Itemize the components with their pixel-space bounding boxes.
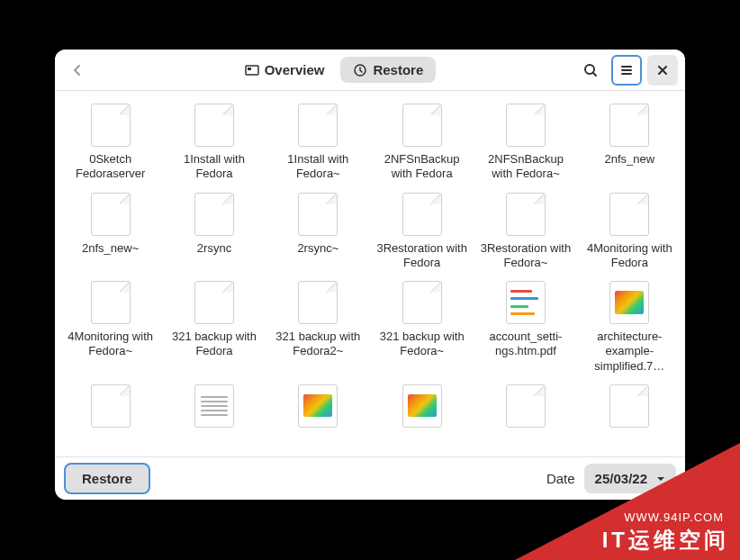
file-label: 3Restoration with Fedora <box>373 241 472 271</box>
text-file-icon <box>194 384 234 428</box>
image-file-icon <box>402 384 442 428</box>
back-button[interactable] <box>62 55 93 86</box>
titlebar: Overview Restore <box>55 50 685 91</box>
generic-file-icon <box>402 193 442 236</box>
image-file-icon <box>609 281 649 324</box>
file-item[interactable]: 2NFSnBackup with Fedora~ <box>474 100 577 185</box>
file-label: 2rsync~ <box>297 241 338 256</box>
file-label: 2NFSnBackup with Fedora~ <box>476 152 575 182</box>
file-label: 321 backup with Fedora~ <box>373 330 472 359</box>
file-item[interactable]: 3Restoration with Fedora~ <box>474 189 577 275</box>
file-label: 321 backup with Fedora2~ <box>268 330 367 359</box>
file-label: 0Sketch Fedoraserver <box>61 152 160 182</box>
image-file-icon <box>298 384 338 428</box>
file-item[interactable]: account_setti-ngs.htm.pdf <box>474 277 577 377</box>
overview-icon <box>245 63 259 77</box>
close-icon <box>657 65 668 76</box>
file-item[interactable]: 2nfs_new <box>578 100 681 185</box>
titlebar-actions <box>575 55 678 86</box>
generic-file-icon <box>91 384 131 428</box>
file-item[interactable]: 2nfs_new~ <box>59 189 162 275</box>
generic-file-icon <box>91 104 131 147</box>
generic-file-icon <box>609 104 649 147</box>
file-item[interactable]: 3Restoration with Fedora <box>370 189 474 275</box>
file-item[interactable]: 2rsync <box>162 189 266 275</box>
file-item[interactable]: 321 backup with Fedora~ <box>370 277 474 377</box>
restore-icon <box>353 63 367 77</box>
search-button[interactable] <box>575 55 606 86</box>
file-item[interactable] <box>59 381 162 437</box>
generic-file-icon <box>609 384 649 428</box>
file-item[interactable]: 2NFSnBackup with Fedora <box>370 100 474 185</box>
chevron-down-icon <box>656 476 665 482</box>
generic-file-icon <box>194 104 234 147</box>
view-tabs: Overview Restore <box>232 57 437 83</box>
generic-file-icon <box>91 281 131 324</box>
file-label: account_setti-ngs.htm.pdf <box>476 330 575 359</box>
file-label: 4Monitoring with Fedora~ <box>61 330 160 359</box>
file-label: 2NFSnBackup with Fedora <box>373 152 472 182</box>
date-value: 25/03/22 <box>595 471 647 486</box>
restore-button[interactable]: Restore <box>64 463 150 494</box>
date-picker[interactable]: 25/03/22 <box>584 464 676 493</box>
generic-file-icon <box>194 281 234 324</box>
generic-file-icon <box>506 104 546 147</box>
file-item[interactable]: 321 backup with Fedora <box>162 277 266 377</box>
file-item[interactable]: 4Monitoring with Fedora~ <box>59 277 162 377</box>
generic-file-icon <box>506 384 546 428</box>
file-item[interactable] <box>162 381 266 437</box>
file-label: architecture-example-simplified.7… <box>580 330 679 374</box>
chevron-left-icon <box>71 64 84 77</box>
file-item[interactable] <box>266 381 370 437</box>
close-button[interactable] <box>647 55 678 86</box>
hamburger-icon <box>619 63 634 77</box>
pdf-file-icon <box>506 281 546 324</box>
generic-file-icon <box>298 104 338 147</box>
watermark-url: WWW.94IP.COM <box>624 510 724 524</box>
search-icon <box>583 63 598 77</box>
file-label: 2nfs_new~ <box>82 241 139 256</box>
file-item[interactable]: 4Monitoring with Fedora <box>578 189 681 275</box>
file-item[interactable]: architecture-example-simplified.7… <box>578 277 681 377</box>
svg-rect-1 <box>248 68 251 70</box>
bottombar: Restore Date 25/03/22 <box>55 456 685 500</box>
generic-file-icon <box>506 193 546 236</box>
generic-file-icon <box>402 104 442 147</box>
file-item[interactable]: 2rsync~ <box>266 189 370 275</box>
file-label: 3Restoration with Fedora~ <box>476 241 575 271</box>
file-item[interactable]: 0Sketch Fedoraserver <box>59 100 162 185</box>
file-item[interactable] <box>370 381 474 437</box>
generic-file-icon <box>298 193 338 236</box>
file-item[interactable] <box>474 381 577 437</box>
backup-restore-window: Overview Restore <box>55 50 685 500</box>
file-label: 1Install with Fedora~ <box>268 152 367 182</box>
tab-overview-label: Overview <box>265 62 325 77</box>
file-label: 321 backup with Fedora <box>165 330 264 359</box>
tab-restore-label: Restore <box>373 62 423 77</box>
file-label: 4Monitoring with Fedora <box>580 241 679 271</box>
generic-file-icon <box>609 193 649 236</box>
file-item[interactable]: 1Install with Fedora~ <box>266 100 370 185</box>
file-label: 2nfs_new <box>605 152 655 167</box>
date-label: Date <box>546 471 575 486</box>
file-item[interactable] <box>578 381 681 437</box>
tab-overview[interactable]: Overview <box>232 57 338 83</box>
file-item[interactable]: 1Install with Fedora <box>162 100 266 185</box>
generic-file-icon <box>402 281 442 324</box>
file-label: 2rsync <box>197 241 231 256</box>
generic-file-icon <box>194 193 234 236</box>
file-label: 1Install with Fedora <box>165 152 264 182</box>
file-grid[interactable]: 0Sketch Fedoraserver1Install with Fedora… <box>55 91 685 456</box>
watermark-title: IT运维空间 <box>602 526 729 555</box>
tab-restore[interactable]: Restore <box>340 57 436 83</box>
generic-file-icon <box>91 193 131 236</box>
generic-file-icon <box>298 281 338 324</box>
menu-button[interactable] <box>611 55 642 86</box>
file-item[interactable]: 321 backup with Fedora2~ <box>266 277 370 377</box>
